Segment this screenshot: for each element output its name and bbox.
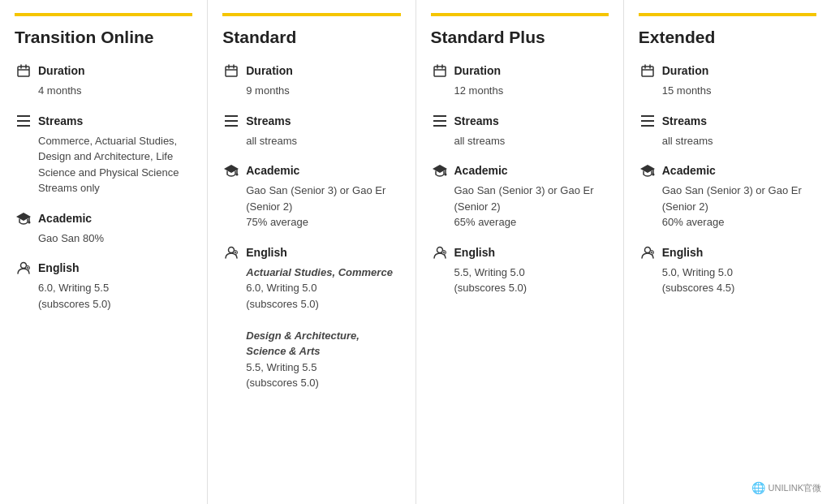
section-title-streams: Streams [38,114,83,127]
section-header-streams: Streams [222,112,400,130]
section-title-academic: Academic [246,164,299,177]
section-content-duration: 12 months [431,83,609,99]
comparison-table: Transition Online Duration4 months Strea… [0,0,831,504]
section-transition-online-duration: Duration4 months [15,62,192,99]
section-header-academic: Academic [639,162,816,179]
calendar-icon [222,62,240,80]
section-title-duration: Duration [662,64,709,77]
col-header-extended: Extended [639,13,816,47]
lines-icon [15,112,32,130]
section-transition-online-academic: AcademicGao San 80% [15,209,192,247]
col-title-standard: Standard [222,28,400,47]
section-title-academic: Academic [662,164,716,177]
section-standard-plus-streams: Streamsall streams [431,112,609,149]
section-title-academic: Academic [454,164,508,177]
section-header-academic: Academic [15,209,192,227]
section-title-streams: Streams [454,114,499,127]
lines-icon [222,112,240,130]
section-standard-streams: Streamsall streams [222,112,400,149]
section-standard-plus-duration: Duration12 months [431,62,609,99]
column-extended: Extended Duration15 months Streamsall st… [624,0,831,504]
section-extended-academic: AcademicGao San (Senior 3) or Gao Er (Se… [639,162,816,230]
person-icon [222,243,240,261]
section-header-english: English [15,259,192,277]
grad-icon [431,162,449,179]
section-content-academic: Gao San (Senior 3) or Gao Er (Senior 2)6… [431,183,609,230]
section-content-duration: 4 months [15,83,192,99]
section-header-duration: Duration [15,62,192,80]
section-content-duration: 9 months [222,83,400,99]
section-content-duration: 15 months [639,83,816,99]
calendar-icon [639,62,657,80]
lines-icon [431,112,449,130]
section-header-streams: Streams [639,112,816,130]
svg-rect-14 [226,67,237,76]
section-title-streams: Streams [662,114,707,127]
lines-icon [639,112,657,130]
col-header-standard: Standard [222,13,400,47]
svg-rect-28 [434,67,446,76]
svg-point-9 [28,221,31,223]
column-standard-plus: Standard Plus Duration12 months Streamsa… [416,0,624,504]
col-title-extended: Extended [639,28,816,47]
section-transition-online-english: English6.0, Writing 5.5(subscores 5.0) [15,259,192,312]
svg-point-37 [444,174,446,176]
section-title-english: English [454,246,496,259]
section-title-english: English [662,246,704,259]
section-header-english: English [222,243,400,261]
section-content-english: 5.5, Writing 5.0(subscores 5.0) [431,265,609,296]
watermark-icon: 🌐 [751,481,765,494]
section-content-english: Actuarial Studies, Commerce6.0, Writing … [222,265,400,391]
section-title-duration: Duration [38,64,85,77]
section-standard-english: EnglishActuarial Studies, Commerce6.0, W… [222,243,400,391]
section-content-academic: Gao San (Senior 3) or Gao Er (Senior 2)6… [639,183,816,230]
section-title-duration: Duration [454,64,502,77]
svg-rect-42 [642,67,653,76]
section-header-duration: Duration [639,62,816,80]
section-extended-english: English5.0, Writing 5.0(subscores 4.5) [639,243,816,296]
svg-point-51 [652,174,654,176]
section-content-academic: Gao San (Senior 3) or Gao Er (Senior 2)7… [222,183,400,230]
section-extended-duration: Duration15 months [639,62,816,99]
section-content-streams: all streams [431,133,609,149]
grad-icon [222,162,240,179]
section-extended-streams: Streamsall streams [639,112,816,149]
person-icon [639,243,657,261]
section-header-duration: Duration [431,62,609,80]
section-title-english: English [38,261,80,274]
column-transition-online: Transition Online Duration4 months Strea… [0,0,208,504]
grad-icon [15,209,32,227]
svg-rect-0 [18,67,29,76]
section-header-streams: Streams [431,112,609,130]
section-content-streams: all streams [639,133,816,149]
person-icon [15,259,32,277]
watermark: 🌐UNILINK官微 [751,481,821,494]
section-transition-online-streams: StreamsCommerce, Actuarial Studies, Desi… [15,112,192,196]
person-icon [431,243,449,261]
section-header-streams: Streams [15,112,192,130]
section-header-english: English [639,243,816,261]
section-title-academic: Academic [38,212,92,225]
section-standard-academic: AcademicGao San (Senior 3) or Gao Er (Se… [222,162,400,230]
section-title-duration: Duration [246,64,293,77]
column-standard: Standard Duration9 months Streamsall str… [208,0,416,504]
section-standard-duration: Duration9 months [222,62,400,99]
section-content-academic: Gao San 80% [15,230,192,247]
section-content-english: 6.0, Writing 5.5(subscores 5.0) [15,280,192,312]
svg-point-23 [236,174,239,176]
calendar-icon [15,62,32,80]
section-title-english: English [246,246,287,259]
section-standard-plus-academic: AcademicGao San (Senior 3) or Gao Er (Se… [431,162,609,230]
col-header-standard-plus: Standard Plus [431,13,609,47]
section-header-academic: Academic [222,162,400,179]
section-title-streams: Streams [246,114,291,127]
col-header-transition-online: Transition Online [15,13,192,47]
section-header-english: English [431,243,609,261]
section-header-duration: Duration [222,62,400,80]
col-title-transition-online: Transition Online [15,28,192,47]
calendar-icon [431,62,449,80]
col-title-standard-plus: Standard Plus [431,28,609,47]
section-standard-plus-english: English5.5, Writing 5.0(subscores 5.0) [431,243,609,296]
section-content-english: 5.0, Writing 5.0(subscores 4.5) [639,265,816,296]
section-header-academic: Academic [431,162,609,179]
